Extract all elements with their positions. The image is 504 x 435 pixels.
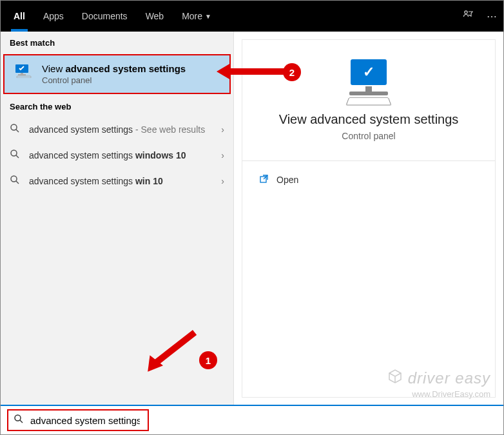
- chevron-down-icon: ▼: [205, 13, 211, 20]
- search-icon: [10, 123, 21, 136]
- tab-apps[interactable]: Apps: [34, 1, 73, 32]
- chevron-right-icon: ›: [221, 124, 224, 135]
- control-panel-icon: [14, 63, 34, 79]
- best-match-header: Best match: [1, 32, 233, 53]
- svg-point-6: [11, 150, 17, 156]
- content-area: Best match View advanced system settings…: [1, 32, 503, 405]
- search-icon: [14, 414, 24, 427]
- svg-rect-2: [21, 73, 23, 74]
- search-input-wrap[interactable]: [7, 409, 149, 431]
- svg-point-9: [15, 415, 21, 421]
- detail-icon: [343, 59, 394, 104]
- feedback-icon[interactable]: [462, 9, 474, 23]
- open-action[interactable]: Open: [242, 161, 495, 198]
- search-bar: [1, 405, 503, 434]
- tab-more[interactable]: More▼: [173, 1, 220, 32]
- top-filter-bar: All Apps Documents Web More▼ ⋯: [1, 1, 503, 32]
- best-match-title: View advanced system settings: [42, 63, 186, 74]
- web-result-text: advanced system settings - See web resul…: [29, 124, 213, 135]
- search-web-header: Search the web: [1, 95, 233, 117]
- search-icon: [10, 149, 21, 162]
- open-icon: [259, 174, 269, 186]
- web-result-0[interactable]: advanced system settings - See web resul…: [1, 117, 233, 142]
- more-options-icon[interactable]: ⋯: [487, 10, 497, 23]
- web-result-2[interactable]: advanced system settings win 10 ›: [1, 168, 233, 194]
- topbar-right-controls: ⋯: [462, 9, 497, 23]
- results-panel: Best match View advanced system settings…: [1, 32, 234, 405]
- svg-point-5: [11, 124, 17, 130]
- detail-title: View advanced system settings: [279, 112, 459, 127]
- svg-point-7: [11, 176, 17, 182]
- tab-documents[interactable]: Documents: [73, 1, 137, 32]
- open-label: Open: [276, 175, 298, 185]
- chevron-right-icon: ›: [221, 150, 224, 160]
- watermark-brand: driver easy: [408, 369, 490, 387]
- search-icon: [10, 175, 21, 188]
- best-match-text: View advanced system settings Control pa…: [42, 63, 186, 85]
- search-input[interactable]: [30, 415, 140, 426]
- annotation-badge-2: 2: [283, 63, 301, 81]
- web-result-1[interactable]: advanced system settings windows 10 ›: [1, 142, 233, 168]
- web-result-text: advanced system settings win 10: [29, 175, 213, 187]
- watermark-url: www.DriverEasy.com: [386, 389, 490, 399]
- detail-subtitle: Control panel: [342, 131, 395, 141]
- filter-tabs: All Apps Documents Web More▼: [5, 1, 220, 32]
- annotation-badge-1: 1: [199, 351, 217, 369]
- watermark: driver easy www.DriverEasy.com: [386, 367, 490, 399]
- svg-rect-3: [18, 74, 26, 75]
- detail-panel: View advanced system settings Control pa…: [242, 39, 496, 398]
- svg-rect-4: [17, 76, 31, 78]
- web-result-text: advanced system settings windows 10: [29, 150, 213, 161]
- best-match-result[interactable]: View advanced system settings Control pa…: [3, 54, 231, 94]
- svg-point-0: [465, 11, 467, 14]
- chevron-right-icon: ›: [221, 176, 224, 186]
- tab-all[interactable]: All: [5, 1, 34, 32]
- cube-icon: [386, 367, 404, 389]
- best-match-subtitle: Control panel: [42, 75, 186, 85]
- tab-web[interactable]: Web: [137, 1, 173, 32]
